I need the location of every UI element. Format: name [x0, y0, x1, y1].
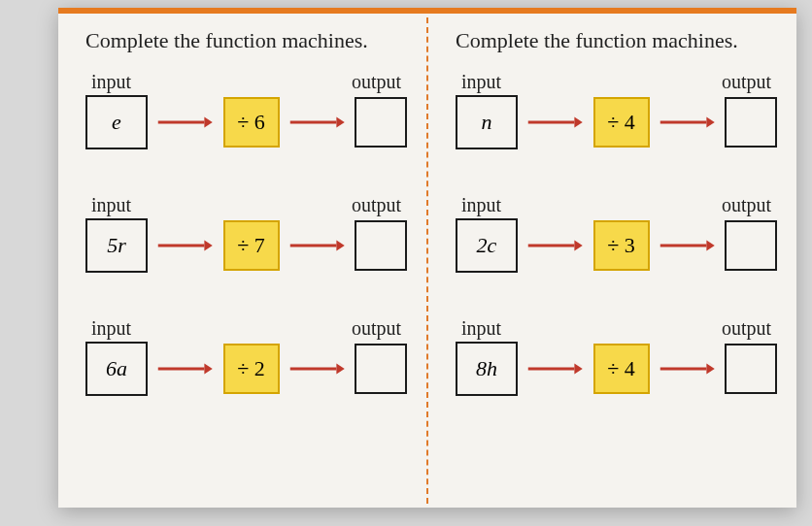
- input-label: input: [91, 317, 131, 340]
- input-value: e: [112, 110, 121, 135]
- arrow-icon: [518, 362, 593, 376]
- svg-marker-23: [706, 363, 714, 374]
- arrow-icon: [650, 362, 726, 376]
- input-value: n: [482, 110, 492, 135]
- arrow-icon: [280, 239, 355, 252]
- input-label: input: [461, 71, 501, 93]
- arrow-icon: [148, 362, 223, 376]
- function-machine: input output n ÷ 4: [456, 71, 777, 149]
- input-label: input: [91, 71, 131, 93]
- right-column: Complete the function machines. input ou…: [428, 14, 796, 508]
- operation-box: ÷ 2: [223, 344, 280, 394]
- output-box[interactable]: [725, 344, 777, 394]
- svg-marker-15: [706, 116, 714, 127]
- svg-marker-7: [336, 240, 344, 250]
- output-label: output: [352, 71, 401, 93]
- arrow-icon: [148, 239, 223, 252]
- arrow-icon: [518, 239, 593, 252]
- machine-row: 2c ÷ 3: [456, 218, 777, 273]
- input-value: 2c: [477, 233, 497, 258]
- machine-labels: input output: [85, 71, 407, 95]
- machine-row: n ÷ 4: [456, 95, 777, 149]
- machine-labels: input output: [456, 317, 777, 342]
- operation-box: ÷ 4: [593, 344, 650, 394]
- worksheet-sheet: Complete the function machines. input ou…: [58, 8, 796, 508]
- output-label: output: [722, 317, 771, 340]
- input-value: 6a: [106, 356, 127, 381]
- output-box[interactable]: [355, 220, 407, 271]
- input-box[interactable]: 8h: [456, 342, 518, 396]
- input-box[interactable]: n: [456, 95, 518, 149]
- machine-labels: input output: [85, 317, 407, 342]
- svg-marker-9: [204, 363, 212, 374]
- output-box[interactable]: [355, 97, 407, 148]
- arrow-icon: [650, 115, 726, 129]
- input-label: input: [461, 317, 501, 340]
- output-box[interactable]: [355, 344, 407, 394]
- function-machine: input output 5r ÷ 7: [85, 194, 407, 273]
- machine-row: e ÷ 6: [85, 95, 407, 149]
- machine-labels: input output: [456, 194, 777, 218]
- input-box[interactable]: 2c: [456, 218, 518, 273]
- function-machine: input output e ÷ 6: [85, 71, 407, 149]
- machine-labels: input output: [85, 194, 407, 218]
- arrow-icon: [518, 115, 593, 129]
- columns: Complete the function machines. input ou…: [58, 14, 796, 508]
- operation-value: ÷ 2: [237, 356, 265, 381]
- svg-marker-13: [574, 116, 582, 127]
- left-column: Complete the function machines. input ou…: [58, 14, 426, 508]
- operation-value: ÷ 4: [607, 110, 635, 135]
- input-label: input: [91, 194, 131, 216]
- output-label: output: [352, 317, 401, 340]
- input-box[interactable]: 5r: [85, 218, 148, 273]
- arrow-icon: [148, 115, 223, 129]
- operation-value: ÷ 3: [607, 233, 635, 258]
- operation-box: ÷ 7: [223, 220, 280, 271]
- arrow-icon: [650, 239, 726, 252]
- function-machine: input output 6a ÷ 2: [85, 317, 407, 396]
- svg-marker-1: [204, 116, 212, 127]
- output-box[interactable]: [725, 220, 777, 271]
- instruction-right: Complete the function machines.: [456, 27, 777, 55]
- output-label: output: [722, 194, 771, 216]
- output-label: output: [352, 194, 401, 216]
- input-value: 8h: [476, 356, 497, 381]
- operation-value: ÷ 6: [237, 110, 265, 135]
- function-machine: input output 8h ÷ 4: [456, 317, 777, 396]
- operation-box: ÷ 4: [593, 97, 650, 148]
- operation-box: ÷ 6: [223, 97, 280, 148]
- input-label: input: [461, 194, 501, 216]
- svg-marker-5: [204, 240, 212, 250]
- svg-marker-19: [706, 240, 714, 250]
- input-box[interactable]: e: [85, 95, 148, 149]
- operation-box: ÷ 3: [593, 220, 650, 271]
- instruction-left: Complete the function machines.: [85, 27, 407, 55]
- input-value: 5r: [107, 233, 126, 258]
- svg-marker-11: [336, 363, 344, 374]
- svg-marker-21: [574, 363, 582, 374]
- machine-row: 5r ÷ 7: [85, 218, 407, 273]
- function-machine: input output 2c ÷ 3: [456, 194, 777, 273]
- arrow-icon: [280, 115, 355, 129]
- machine-row: 8h ÷ 4: [456, 342, 777, 396]
- operation-value: ÷ 7: [237, 233, 265, 258]
- machine-labels: input output: [456, 71, 777, 95]
- output-box[interactable]: [725, 97, 777, 148]
- output-label: output: [722, 71, 771, 93]
- svg-marker-17: [574, 240, 582, 250]
- operation-value: ÷ 4: [607, 356, 635, 381]
- machine-row: 6a ÷ 2: [85, 342, 407, 396]
- input-box[interactable]: 6a: [85, 342, 148, 396]
- svg-marker-3: [336, 116, 344, 127]
- arrow-icon: [280, 362, 355, 376]
